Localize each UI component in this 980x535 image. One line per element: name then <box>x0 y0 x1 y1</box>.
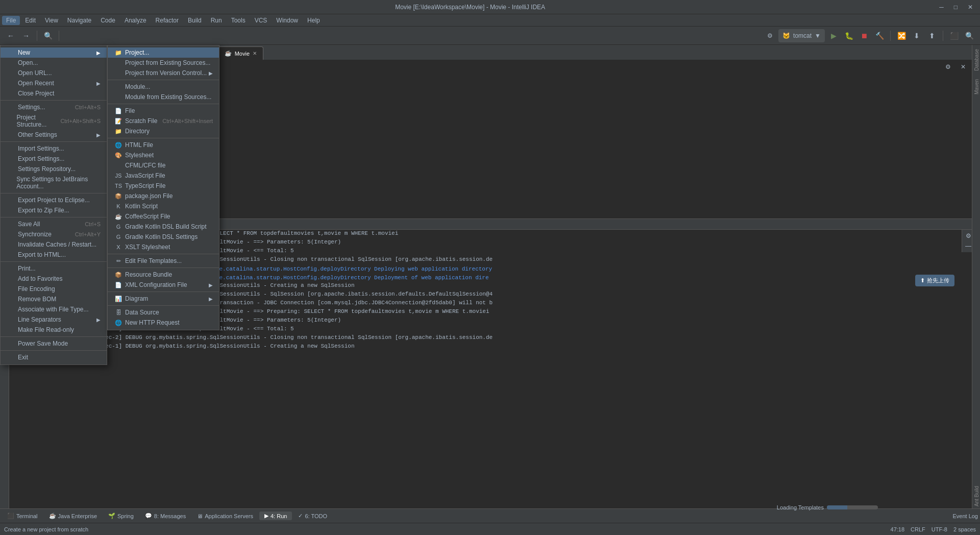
menu-make-readonly[interactable]: Make File Read-only <box>1 325 107 335</box>
submenu-module[interactable]: Module... <box>108 82 219 92</box>
menu-export-settings[interactable]: Export Settings... <box>1 154 107 164</box>
submenu-package-json[interactable]: 📦 package.json File <box>108 191 219 201</box>
run-btn[interactable]: ▶ <box>827 29 840 42</box>
menu-refactor[interactable]: Refactor <box>152 16 183 25</box>
line-ending[interactable]: CRLF <box>911 526 925 532</box>
encoding[interactable]: UTF-8 <box>932 526 947 532</box>
menu-vcs[interactable]: VCS <box>251 16 272 25</box>
menu-import-settings[interactable]: Import Settings... <box>1 143 107 154</box>
update-btn[interactable]: ⬇ <box>910 29 923 42</box>
menu-remove-bom[interactable]: Remove BOM <box>1 294 107 304</box>
submenu-project-vcs[interactable]: Project from Version Control... ▶ <box>108 68 219 78</box>
submenu-coffeescript[interactable]: ☕ CoffeeScript File <box>108 211 219 222</box>
menu-analyze[interactable]: Analyze <box>120 16 151 25</box>
java-enterprise-tab[interactable]: ☕ Java Enterprise <box>44 512 102 520</box>
editor-close-btn[interactable]: ✕ <box>957 60 970 74</box>
tab-movie-close[interactable]: ✕ <box>253 51 257 56</box>
submenu-ts[interactable]: TS TypeScript File <box>108 181 219 191</box>
console-minimize-btn[interactable]: — <box>964 242 972 250</box>
menu-exit[interactable]: Exit <box>1 352 107 362</box>
menu-invalidate-caches[interactable]: Invalidate Caches / Restart... <box>1 239 107 250</box>
menu-window[interactable]: Window <box>272 16 302 25</box>
menu-save-all[interactable]: Save All Ctrl+S <box>1 219 107 229</box>
submenu-project-existing[interactable]: Project from Existing Sources... <box>108 58 219 68</box>
toolbar-settings[interactable]: ⚙ <box>763 29 776 42</box>
push-btn[interactable]: ⬆ <box>925 29 939 42</box>
menu-help[interactable]: Help <box>303 16 324 25</box>
submenu-http-request[interactable]: 🌐 New HTTP Request <box>108 318 219 328</box>
menu-open[interactable]: Open... <box>1 58 107 68</box>
terminal-btn[interactable]: ⬛ <box>947 29 961 42</box>
submenu-project[interactable]: 📁 Project... <box>108 47 219 58</box>
submenu-datasource[interactable]: 🗄 Data Source <box>108 307 219 318</box>
submenu-gradle-settings[interactable]: G Gradle Kotlin DSL Settings <box>108 232 219 242</box>
menu-export-html[interactable]: Export to HTML... <box>1 250 107 260</box>
submenu-cfml[interactable]: CFML/CFC file <box>108 160 219 171</box>
submenu-resource-bundle[interactable]: 📦 Resource Bundle <box>108 270 219 280</box>
menu-line-sep[interactable]: Line Separators ▶ <box>1 314 107 325</box>
submenu-directory[interactable]: 📁 Directory <box>108 126 219 136</box>
build-btn[interactable]: 🔨 <box>873 29 886 42</box>
submenu-xml-config[interactable]: 📄 XML Configuration File ▶ <box>108 280 219 290</box>
submenu-kotlin[interactable]: K Kotlin Script <box>108 201 219 211</box>
submenu-stylesheet[interactable]: 🎨 Stylesheet <box>108 150 219 160</box>
ant-panel-tab[interactable]: Ant Build <box>972 482 980 510</box>
menu-edit[interactable]: Edit <box>21 16 40 25</box>
menu-run[interactable]: Run <box>207 16 226 25</box>
submenu-module-existing[interactable]: Module from Existing Sources... <box>108 92 219 102</box>
toolbar-forward[interactable]: → <box>19 29 33 42</box>
stop-btn[interactable]: ⏹ <box>857 29 871 42</box>
toolbar-search[interactable]: 🔍 <box>41 29 55 42</box>
menu-navigate[interactable]: Navigate <box>63 16 95 25</box>
console-settings-btn[interactable]: ⚙ <box>964 232 972 240</box>
menu-settings-repo[interactable]: Settings Repository... <box>1 164 107 174</box>
menu-export-zip[interactable]: Export to Zip File... <box>1 205 107 215</box>
submenu-file[interactable]: 📄 File <box>108 106 219 116</box>
menu-open-recent[interactable]: Open Recent ▶ <box>1 78 107 88</box>
todo-tab[interactable]: ✓ 6: TODO <box>293 512 332 520</box>
menu-build[interactable]: Build <box>184 16 206 25</box>
submenu-xslt[interactable]: X XSLT Stylesheet <box>108 242 219 252</box>
event-log-tab[interactable]: Event Log <box>952 513 978 519</box>
menu-add-favorites[interactable]: Add to Favorites <box>1 274 107 284</box>
messages-tab[interactable]: 💬 8: Messages <box>140 512 191 520</box>
submenu-scratch[interactable]: 📝 Scratch File Ctrl+Alt+Shift+Insert <box>108 116 219 126</box>
menu-sync-settings[interactable]: Sync Settings to JetBrains Account... <box>1 174 107 191</box>
menu-other-settings[interactable]: Other Settings ▶ <box>1 130 107 140</box>
git-btn[interactable]: 🔀 <box>895 29 908 42</box>
maven-panel-tab[interactable]: Maven <box>972 75 980 99</box>
tab-movie[interactable]: ☕ Movie ✕ <box>218 46 263 60</box>
debug-btn[interactable]: 🐛 <box>842 29 855 42</box>
find-btn[interactable]: 🔍 <box>963 29 976 42</box>
submenu-js[interactable]: JS JavaScript File <box>108 171 219 181</box>
menu-code[interactable]: Code <box>96 16 119 25</box>
menu-new[interactable]: New ▶ <box>1 47 107 58</box>
menu-file-encoding[interactable]: File Encoding <box>1 284 107 294</box>
menu-close-project[interactable]: Close Project <box>1 88 107 99</box>
editor-settings-btn[interactable]: ⚙ <box>941 60 954 74</box>
menu-file[interactable]: File <box>2 16 20 25</box>
menu-export-eclipse[interactable]: Export Project to Eclipse... <box>1 195 107 205</box>
submenu-html[interactable]: 🌐 HTML File <box>108 140 219 150</box>
menu-associate-file[interactable]: Associate with File Type... <box>1 304 107 314</box>
submenu-gradle-build[interactable]: G Gradle Kotlin DSL Build Script <box>108 222 219 232</box>
menu-print[interactable]: Print... <box>1 263 107 274</box>
upload-btn[interactable]: ⬆ 抢先上传 <box>915 275 954 286</box>
submenu-diagram[interactable]: 📊 Diagram ▶ <box>108 294 219 304</box>
toolbar-back[interactable]: ← <box>4 29 17 42</box>
terminal-tab[interactable]: ⬛ Terminal <box>2 512 43 520</box>
menu-power-save[interactable]: Power Save Mode <box>1 338 107 349</box>
submenu-edit-templates[interactable]: ✏ Edit File Templates... <box>108 256 219 266</box>
menu-tools[interactable]: Tools <box>227 16 250 25</box>
run-tab[interactable]: ▶ 4: Run <box>259 512 292 520</box>
minimize-btn[interactable]: ─ <box>936 3 947 12</box>
menu-open-url[interactable]: Open URL... <box>1 68 107 78</box>
menu-synchronize[interactable]: Synchronize Ctrl+Alt+Y <box>1 229 107 239</box>
menu-project-structure[interactable]: Project Structure... Ctrl+Alt+Shift+S <box>1 112 107 130</box>
run-config-selector[interactable]: 🐱 tomcat ▼ <box>778 29 825 42</box>
menu-settings[interactable]: Settings... Ctrl+Alt+S <box>1 102 107 112</box>
database-panel-tab[interactable]: Database <box>972 45 980 75</box>
menu-view[interactable]: View <box>41 16 62 25</box>
close-btn[interactable]: ✕ <box>965 3 976 12</box>
spring-tab[interactable]: 🌱 Spring <box>103 512 139 520</box>
